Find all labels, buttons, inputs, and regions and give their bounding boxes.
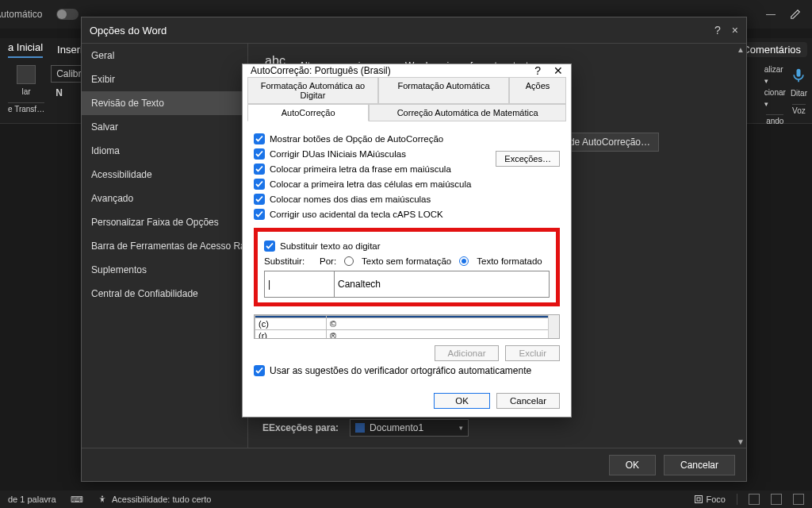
checkbox-show-buttons[interactable] [254, 133, 265, 144]
tab-actions[interactable]: Ações [509, 77, 566, 104]
focus-mode-button[interactable]: Foco [694, 495, 726, 504]
tab-math-autocorrect[interactable]: Correção Automática de Matemática [369, 104, 566, 121]
autosave-toggle[interactable] [56, 9, 79, 20]
replacement-list[interactable]: (c)© (r)® (tm)™ :(* :-(* :)** [254, 314, 560, 339]
word-count[interactable]: de 1 palavra [8, 495, 56, 504]
delete-button[interactable]: Excluir [505, 345, 560, 361]
sidebar-item-display[interactable]: Exibir [82, 67, 247, 91]
sidebar-item-accessibility[interactable]: Acessibilidade [82, 163, 247, 187]
list-scrollbar[interactable] [548, 315, 559, 338]
svg-rect-0 [797, 69, 801, 77]
radio-plain-text[interactable] [344, 256, 354, 266]
checkbox-days[interactable] [254, 194, 265, 205]
tab-autoformat[interactable]: Formatação Automática [378, 77, 509, 104]
svg-point-1 [102, 496, 103, 498]
word-options-title-text: Opções do Word [90, 25, 167, 37]
accessibility-status[interactable]: Acessibilidade: tudo certo [98, 495, 212, 504]
list-item: (r)® [255, 330, 559, 340]
label-replace: Substituir: [264, 256, 312, 266]
exceptions-for-label: EExceções para:Exceções para: [262, 422, 339, 433]
options-sidebar: Geral Exibir Revisão de Texto Salvar Idi… [82, 44, 248, 448]
autocorrect-title-text: AutoCorreção: Português (Brasil) [251, 65, 391, 76]
autocorrect-close-button[interactable]: ✕ [553, 64, 563, 77]
autocorrect-dialog: AutoCorreção: Português (Brasil) ? ✕ For… [242, 64, 572, 418]
exceptions-button[interactable]: Exceções… [496, 151, 560, 167]
autocorrect-help-button[interactable]: ? [534, 64, 541, 77]
with-input[interactable] [334, 271, 550, 298]
sidebar-item-general[interactable]: Geral [82, 44, 247, 67]
replace-input[interactable] [264, 271, 334, 298]
sidebar-item-trust[interactable]: Central de Confiabilidade [82, 282, 247, 306]
edit-pencil-icon[interactable] [790, 9, 801, 20]
editing-group: alizar▾ cionar▾ ando [764, 65, 786, 125]
sidebar-item-save[interactable]: Salvar [82, 115, 247, 139]
word-doc-icon [355, 423, 365, 433]
highlighted-replace-section: Substituir texto ao digitar Substituir: … [254, 228, 560, 306]
view-print-icon[interactable] [771, 494, 782, 505]
label-with: Por: [320, 256, 336, 266]
ribbon-right-section: alizar▾ cionar▾ ando Ditar Voz [764, 60, 807, 124]
autocorrect-tabs-row2: AutoCorreção Correção Automática de Mate… [243, 104, 571, 121]
sidebar-item-quicktoolbar[interactable]: Barra de Ferramentas de Acesso Rápido [82, 234, 247, 258]
options-scrollbar[interactable]: ▲ ▼ [735, 44, 746, 448]
autocorrect-titlebar: AutoCorreção: Português (Brasil) ? ✕ [243, 64, 571, 77]
word-options-titlebar: Opções do Word ? × [82, 17, 746, 43]
autosave-label: o Automático [0, 9, 42, 20]
focus-icon [694, 495, 703, 504]
paste-icon[interactable] [17, 65, 36, 84]
checkbox-first-sentence[interactable] [254, 164, 265, 175]
clipboard-group: lar e Transf… [8, 65, 44, 114]
options-ok-button[interactable]: OK [609, 455, 656, 475]
svg-rect-2 [695, 496, 703, 503]
checkbox-replace-typing[interactable] [264, 241, 275, 252]
sidebar-item-addins[interactable]: Suplementos [82, 258, 247, 282]
close-button[interactable]: × [732, 24, 738, 37]
view-readmode-icon[interactable] [749, 494, 760, 505]
sidebar-item-advanced[interactable]: Avançado [82, 187, 247, 210]
scroll-up-arrow[interactable]: ▲ [737, 45, 745, 54]
svg-rect-3 [697, 498, 700, 501]
sidebar-item-language[interactable]: Idioma [82, 139, 247, 163]
view-web-icon[interactable] [793, 494, 804, 505]
tab-autoformat-typing[interactable]: Formatação Automática ao Digitar [247, 77, 378, 104]
checkbox-caps-lock[interactable] [254, 209, 265, 220]
tab-autocorrect[interactable]: AutoCorreção [247, 104, 369, 121]
autocorrect-cancel-button[interactable]: Cancelar [496, 393, 560, 409]
checkbox-first-cell[interactable] [254, 179, 265, 190]
scroll-down-arrow[interactable]: ▼ [737, 437, 745, 446]
microphone-icon[interactable] [791, 65, 806, 86]
help-button[interactable]: ? [714, 24, 721, 37]
minimize-icon[interactable]: — [766, 9, 776, 20]
tab-home[interactable]: a Inicial [8, 41, 43, 58]
radio-formatted-text[interactable] [459, 256, 469, 266]
sidebar-item-proofing[interactable]: Revisão de Texto [82, 91, 247, 115]
dictate-group: Ditar Voz [791, 65, 807, 115]
language-indicator[interactable]: ⌨ [71, 495, 83, 505]
autocorrect-tabs-row1: Formatação Automática ao Digitar Formata… [243, 77, 571, 104]
checkbox-use-suggestions[interactable] [254, 365, 265, 376]
checkbox-two-caps[interactable] [254, 148, 265, 160]
autocorrect-ok-button[interactable]: OK [434, 393, 490, 409]
app-background: o Automático — a Inicial Inserir 💬 Comen… [0, 0, 812, 508]
exceptions-combo[interactable]: Documento1 [350, 419, 469, 437]
status-bar: de 1 palavra ⌨ Acessibilidade: tudo cert… [0, 491, 812, 508]
add-button[interactable]: Adicionar [435, 345, 500, 361]
bold-button[interactable]: N [51, 86, 67, 100]
options-cancel-button[interactable]: Cancelar [664, 455, 735, 475]
autocorrect-body: Mostrar botões de Opção de AutoCorreção … [243, 121, 571, 314]
options-footer: OK Cancelar [82, 448, 746, 481]
list-item: (c)© [255, 318, 559, 330]
sidebar-item-ribbon[interactable]: Personalizar Faixa de Opções [82, 210, 247, 234]
accessibility-icon [98, 495, 107, 504]
